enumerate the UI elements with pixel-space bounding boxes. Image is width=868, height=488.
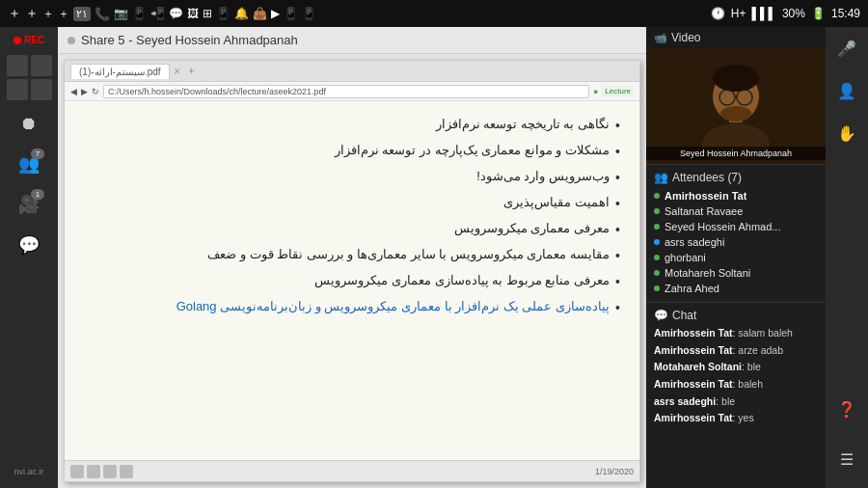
youtube-icon[interactable]: ▶ [271, 7, 280, 20]
question-icon[interactable]: ❓ [831, 393, 862, 424]
bag-icon[interactable]: 👜 [253, 7, 267, 20]
list-item[interactable]: Seyed Hossein Ahmad... [654, 219, 818, 234]
app3-icon[interactable]: 📲 [150, 7, 165, 20]
footer-icon4 [120, 465, 133, 478]
attendee-dot [654, 193, 660, 199]
attendees-list: Amirhossein TatSaltanat RavaeeSeyed Hoss… [654, 188, 818, 296]
signal-bars: ▌▌▌ [751, 7, 776, 20]
footer-icon3 [103, 465, 117, 478]
attendee-dot [654, 255, 660, 260]
app7-icon[interactable]: 📱 [302, 7, 316, 20]
add-icon2[interactable]: ＋ [25, 5, 39, 22]
list-item: Amirhossein Tat: baleh [654, 377, 818, 392]
app-icon1[interactable]: ＋ [42, 6, 54, 22]
alarm-icon: 🕐 [711, 7, 725, 20]
users-icon[interactable]: 👥 7 [12, 147, 46, 181]
list-item[interactable]: Motahareh Soltani [654, 265, 818, 281]
list-item[interactable]: Amirhossein Tat [654, 188, 818, 203]
video-header: 📹 Video [646, 27, 826, 48]
record-icon[interactable]: ⏺ [12, 106, 46, 141]
person-circle-icon[interactable]: 👤 [831, 75, 862, 106]
attendee-dot [654, 285, 660, 291]
hand-icon[interactable]: ✋ [831, 118, 862, 149]
list-item[interactable]: ghorbani [654, 250, 818, 265]
layout-grid[interactable] [7, 55, 52, 100]
pdf-add-tab[interactable]: + [189, 66, 195, 76]
grid-item4[interactable] [31, 79, 52, 100]
users-badge: 7 [31, 149, 44, 159]
attendee-name: asrs sadeghi [665, 236, 724, 248]
camera-icon[interactable]: 🎥 1 [12, 187, 46, 222]
bullet-item: اهمیت مقیاس‌پذیری [84, 195, 620, 211]
url-bar[interactable]: C:/Users/h.hossein/Downloads/ch/lecture/… [103, 85, 589, 98]
page-info: 1/19/2020 [595, 467, 634, 476]
pdf-window: سیستم-ارائه-(1).pdf ✕ + ◀ ▶ ↻ C:/Users/h… [64, 60, 640, 482]
attendees-icon: 👥 [654, 171, 668, 184]
chat-text: arze adab [738, 344, 783, 356]
grid-item3[interactable] [7, 79, 28, 100]
refresh-btn[interactable]: ↻ [92, 87, 99, 96]
instagram2-icon[interactable]: 📱 [132, 7, 147, 20]
bullet-item: معرفی منابع مربوط به پیاده‌سازی معماری م… [84, 273, 620, 289]
menu-icon[interactable]: ☰ [831, 444, 862, 474]
gallery-icon[interactable]: 🖼 [187, 7, 199, 20]
add-icon[interactable]: ＋ [8, 5, 21, 22]
attendee-dot [654, 270, 660, 276]
forward-btn[interactable]: ▶ [81, 87, 88, 96]
chat-sender: Amirhossein Tat [654, 378, 733, 390]
chat-icon[interactable]: 💬 [12, 228, 46, 262]
svg-point-3 [713, 65, 759, 92]
list-item: Motahareh Soltani: ble [654, 360, 818, 374]
grid-item1[interactable] [7, 55, 28, 76]
chat-title: Chat [672, 309, 696, 322]
list-item[interactable]: asrs sadeghi [654, 234, 818, 250]
instagram-icon[interactable]: 📷 [114, 7, 128, 20]
list-item: Amirhossein Tat: salam baleh [654, 326, 818, 340]
main-area: REC ⏺ 👥 7 🎥 1 💬 nvi.ac.ir Share 5 - Seye… [0, 27, 868, 488]
chat-header: 💬 Chat [654, 309, 818, 322]
grid-item2[interactable] [31, 55, 52, 76]
attendee-name: Saltanat Ravaee [665, 205, 743, 217]
app6-icon[interactable]: 📱 [284, 7, 298, 20]
battery-text: 30% [782, 7, 805, 20]
right-main-col: 📹 Video [646, 27, 826, 488]
video-section: 📹 Video [646, 27, 826, 165]
presentation-area: سیستم-ارائه-(1).pdf ✕ + ◀ ▶ ↻ C:/Users/h… [58, 54, 646, 488]
list-item: Amirhossein Tat: arze adab [654, 343, 818, 358]
chat-text: ble [747, 361, 761, 372]
chat-text: salam baleh [738, 327, 793, 339]
pdf-nav-bar: ◀ ▶ ↻ C:/Users/h.hossein/Downloads/ch/le… [65, 82, 639, 101]
attendee-dot [654, 208, 660, 214]
video-feed: Seyed Hossein Ahmadpanah [646, 48, 826, 164]
pdf-tab[interactable]: سیستم-ارائه-(1).pdf [70, 64, 170, 79]
app4-icon[interactable]: ⊞ [203, 7, 212, 20]
share-title: Share 5 - Seyed Hossein Ahmadpanah [81, 33, 298, 47]
pdf-footer: 1/19/2020 [65, 460, 639, 481]
list-item[interactable]: Zahra Ahed [654, 281, 818, 296]
attendees-header: 👥 Attendees (7) [654, 171, 818, 184]
right-panel: 📹 Video [646, 27, 868, 488]
bullet-item: مقایسه معماری میکروسرویس با سایر معماری‌… [84, 247, 620, 263]
list-item[interactable]: Saltanat Ravaee [654, 203, 818, 219]
bullet-item: مشکلات و موانع معماری یک‌پارچه در توسعه … [84, 143, 620, 159]
phone-icon[interactable]: 📞 [95, 7, 110, 21]
mic-icon[interactable]: 🎤 [831, 33, 862, 64]
whatsapp-icon[interactable]: 💬 [169, 7, 183, 20]
pdf-close-btn[interactable]: ✕ [174, 67, 181, 76]
right-icons-col: 🎤 👤 ✋ ❓ ☰ [826, 27, 868, 488]
chat-section: 💬 Chat Amirhossein Tat: salam balehAmirh… [646, 303, 826, 488]
back-btn[interactable]: ◀ [70, 87, 77, 96]
status-left: ＋ ＋ ＋ ＋ ٢١ 📞 📷 📱 📲 💬 🖼 ⊞ 📱 🔔 👜 ▶ 📱 📱 [8, 5, 316, 22]
left-sidebar: REC ⏺ 👥 7 🎥 1 💬 nvi.ac.ir [0, 27, 58, 488]
footer-icon2 [87, 465, 100, 478]
pdf-toolbar: سیستم-ارائه-(1).pdf ✕ + [65, 61, 639, 82]
app-icon2[interactable]: ＋ [58, 6, 69, 22]
app5-icon[interactable]: 📱 [216, 7, 231, 20]
bell-icon[interactable]: 🔔 [234, 7, 249, 20]
extension-icon: ● [593, 87, 598, 96]
rec-badge: REC [14, 35, 44, 45]
chat-sender: Amirhossein Tat [654, 344, 733, 356]
presentation-bullets: نگاهی به تاریخچه توسعه نرم‌افزارمشکلات و… [84, 117, 620, 315]
share-dot [68, 37, 75, 44]
rec-dot [14, 37, 21, 44]
